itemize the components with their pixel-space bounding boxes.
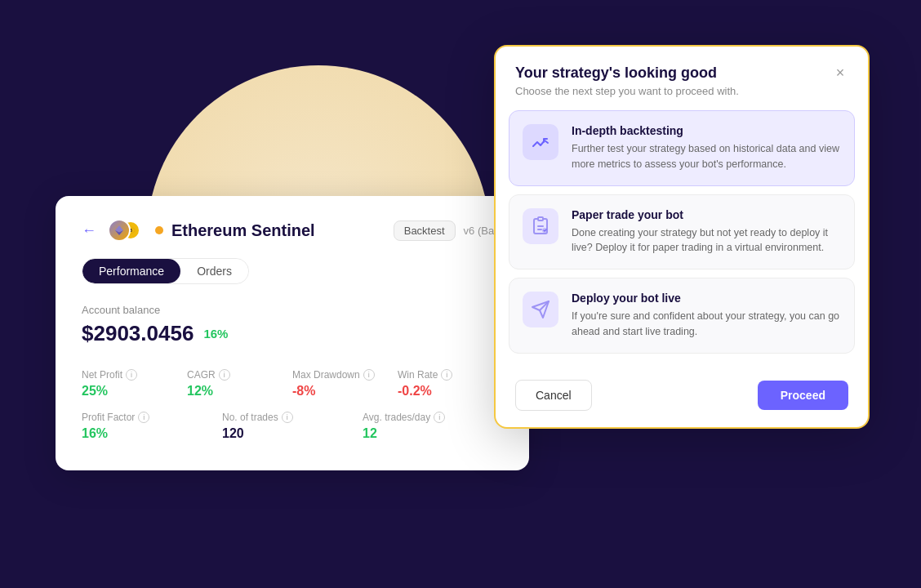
metric-avg-trades: Avg. trades/day i 12 bbox=[363, 412, 503, 441]
backtesting-icon bbox=[523, 124, 558, 160]
metric-avg-trades-value: 12 bbox=[363, 426, 503, 441]
dialog-footer: Cancel Proceed bbox=[496, 367, 868, 427]
card-header: ← B Ethereum Sentinel Backtest v6 (Ba... bbox=[82, 219, 503, 242]
live-deploy-title: Deploy your bot live bbox=[572, 292, 841, 305]
account-label: Account balance bbox=[82, 304, 503, 316]
back-button[interactable]: ← bbox=[82, 222, 96, 239]
option-backtesting[interactable]: In-depth backtesting Further test your s… bbox=[509, 110, 855, 186]
info-icon-cagr[interactable]: i bbox=[219, 369, 230, 381]
proceed-button[interactable]: Proceed bbox=[758, 381, 848, 410]
info-icon-max-drawdown[interactable]: i bbox=[363, 369, 375, 381]
info-icon-net-profit[interactable]: i bbox=[126, 369, 137, 381]
tab-orders[interactable]: Orders bbox=[180, 259, 248, 283]
metric-avg-trades-label: Avg. trades/day i bbox=[363, 412, 503, 423]
metric-cagr-value: 12% bbox=[187, 384, 292, 399]
backtesting-desc: Further test your strategy based on hist… bbox=[572, 141, 841, 172]
metric-num-trades-value: 120 bbox=[222, 426, 363, 441]
live-deploy-icon bbox=[523, 292, 558, 327]
backtesting-text: In-depth backtesting Further test your s… bbox=[572, 124, 841, 172]
paper-trade-icon bbox=[523, 208, 558, 244]
paper-trade-desc: Done creating your strategy but not yet … bbox=[572, 225, 841, 256]
backtesting-title: In-depth backtesting bbox=[572, 124, 841, 137]
info-icon-num-trades[interactable]: i bbox=[282, 412, 293, 423]
backtest-badge: Backtest bbox=[394, 220, 456, 241]
metrics-grid: Net Profit i 25% CAGR i 12% Max Drawdown… bbox=[82, 369, 503, 399]
card-title: Ethereum Sentinel bbox=[171, 221, 385, 240]
dialog-close-button[interactable]: × bbox=[829, 61, 852, 84]
live-deploy-desc: If you're sure and confident about your … bbox=[572, 309, 841, 340]
balance-amount: $2903.0456 bbox=[82, 321, 194, 346]
dialog-options: In-depth backtesting Further test your s… bbox=[496, 110, 868, 367]
metric-profit-factor-label: Profit Factor i bbox=[82, 412, 222, 423]
paper-trade-title: Paper trade your bot bbox=[572, 208, 841, 221]
eth-icon bbox=[108, 219, 131, 242]
live-deploy-text: Deploy your bot live If you're sure and … bbox=[572, 292, 841, 340]
paper-trade-text: Paper trade your bot Done creating your … bbox=[572, 208, 841, 256]
metric-win-rate-label: Win Rate i bbox=[398, 369, 503, 381]
dialog-title: Your strategy's looking good bbox=[515, 65, 848, 82]
metric-win-rate: Win Rate i -0.2% bbox=[398, 369, 503, 399]
metric-net-profit-value: 25% bbox=[82, 384, 187, 399]
metric-max-drawdown-value: -8% bbox=[292, 384, 398, 399]
option-live-deploy[interactable]: Deploy your bot live If you're sure and … bbox=[509, 278, 855, 354]
dot-indicator bbox=[155, 226, 163, 234]
metric-max-drawdown: Max Drawdown i -8% bbox=[292, 369, 398, 399]
account-balance-row: $2903.0456 16% bbox=[82, 321, 503, 346]
metric-win-rate-value: -0.2% bbox=[398, 384, 503, 399]
info-icon-profit-factor[interactable]: i bbox=[138, 412, 149, 423]
svg-rect-4 bbox=[538, 217, 543, 220]
metric-num-trades: No. of trades i 120 bbox=[222, 412, 363, 441]
option-paper-trade[interactable]: Paper trade your bot Done creating your … bbox=[509, 194, 855, 270]
metric-num-trades-label: No. of trades i bbox=[222, 412, 363, 423]
balance-pct: 16% bbox=[203, 327, 228, 341]
info-icon-avg-trades[interactable]: i bbox=[434, 412, 445, 423]
metric-cagr: CAGR i 12% bbox=[187, 369, 292, 399]
tab-performance[interactable]: Performance bbox=[82, 259, 180, 283]
coin-icons: B bbox=[108, 219, 144, 242]
backtest-card: ← B Ethereum Sentinel Backtest v6 (Ba...… bbox=[56, 196, 529, 470]
metrics-row2: Profit Factor i 16% No. of trades i 120 … bbox=[82, 412, 503, 441]
cancel-button[interactable]: Cancel bbox=[515, 380, 592, 411]
metric-net-profit: Net Profit i 25% bbox=[82, 369, 187, 399]
metric-max-drawdown-label: Max Drawdown i bbox=[292, 369, 398, 381]
tabs: Performance Orders bbox=[82, 258, 249, 284]
info-icon-win-rate[interactable]: i bbox=[441, 369, 452, 381]
dialog-subtitle: Choose the next step you want to proceed… bbox=[515, 85, 848, 97]
metric-profit-factor: Profit Factor i 16% bbox=[82, 412, 222, 441]
dialog-header: Your strategy's looking good Choose the … bbox=[496, 47, 868, 110]
metric-profit-factor-value: 16% bbox=[82, 426, 222, 441]
metric-cagr-label: CAGR i bbox=[187, 369, 292, 381]
strategy-dialog: Your strategy's looking good Choose the … bbox=[494, 45, 870, 429]
metric-net-profit-label: Net Profit i bbox=[82, 369, 187, 381]
